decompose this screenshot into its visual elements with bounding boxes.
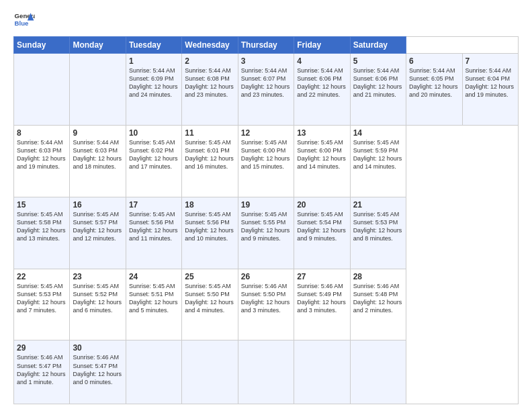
calendar-cell: 5Sunrise: 5:44 AMSunset: 6:06 PMDaylight…	[350, 54, 406, 126]
day-number: 11	[185, 128, 234, 138]
calendar-cell: 30Sunrise: 5:46 AMSunset: 5:47 PMDayligh…	[70, 340, 126, 404]
day-number: 25	[185, 272, 234, 281]
day-number: 15	[17, 200, 66, 210]
day-number: 18	[185, 200, 234, 210]
calendar-cell	[126, 340, 181, 404]
calendar-cell	[238, 340, 294, 404]
logo: General Blue	[13, 11, 38, 30]
calendar-cell: 2Sunrise: 5:44 AMSunset: 6:08 PMDaylight…	[182, 54, 238, 126]
calendar-cell: 28Sunrise: 5:46 AMSunset: 5:48 PMDayligh…	[350, 269, 406, 340]
calendar-cell: 9Sunrise: 5:44 AMSunset: 6:03 PMDaylight…	[70, 125, 126, 197]
page: General Blue SundayMondayTuesdayWednesda…	[0, 0, 532, 411]
logo-icon: General Blue	[13, 11, 35, 30]
day-number: 19	[241, 200, 291, 210]
day-info: Sunrise: 5:46 AMSunset: 5:49 PMDaylight:…	[297, 283, 346, 314]
day-info: Sunrise: 5:46 AMSunset: 5:50 PMDaylight:…	[241, 283, 290, 314]
day-number: 8	[17, 128, 66, 138]
day-number: 30	[73, 343, 122, 353]
day-info: Sunrise: 5:45 AMSunset: 5:53 PMDaylight:…	[353, 211, 402, 242]
day-number: 17	[129, 200, 179, 210]
day-number: 9	[73, 128, 122, 138]
calendar-cell: 25Sunrise: 5:45 AMSunset: 5:50 PMDayligh…	[182, 269, 238, 340]
day-info: Sunrise: 5:45 AMSunset: 5:56 PMDaylight:…	[129, 211, 178, 242]
col-header-thursday: Thursday	[238, 37, 294, 54]
calendar-cell: 29Sunrise: 5:46 AMSunset: 5:47 PMDayligh…	[14, 340, 70, 404]
day-info: Sunrise: 5:44 AMSunset: 6:09 PMDaylight:…	[129, 67, 178, 98]
calendar-cell: 14Sunrise: 5:45 AMSunset: 5:59 PMDayligh…	[350, 125, 406, 197]
day-info: Sunrise: 5:45 AMSunset: 5:57 PMDaylight:…	[73, 211, 122, 242]
calendar-cell: 6Sunrise: 5:44 AMSunset: 6:05 PMDaylight…	[406, 54, 462, 126]
day-number: 12	[241, 128, 291, 138]
calendar-cell	[294, 340, 350, 404]
calendar-cell: 21Sunrise: 5:45 AMSunset: 5:53 PMDayligh…	[350, 197, 406, 269]
calendar-cell	[70, 54, 126, 126]
day-number: 13	[297, 128, 347, 138]
day-info: Sunrise: 5:44 AMSunset: 6:08 PMDaylight:…	[185, 67, 234, 98]
calendar-cell: 23Sunrise: 5:45 AMSunset: 5:52 PMDayligh…	[70, 269, 126, 340]
day-info: Sunrise: 5:45 AMSunset: 5:52 PMDaylight:…	[73, 283, 122, 314]
day-info: Sunrise: 5:45 AMSunset: 6:00 PMDaylight:…	[241, 139, 290, 170]
day-info: Sunrise: 5:44 AMSunset: 6:03 PMDaylight:…	[17, 139, 66, 170]
day-number: 27	[297, 272, 347, 281]
calendar-cell	[14, 54, 70, 126]
header: General Blue	[13, 11, 519, 30]
day-info: Sunrise: 5:45 AMSunset: 5:58 PMDaylight:…	[17, 211, 66, 242]
calendar-cell: 15Sunrise: 5:45 AMSunset: 5:58 PMDayligh…	[14, 197, 70, 269]
day-info: Sunrise: 5:45 AMSunset: 5:59 PMDaylight:…	[353, 139, 402, 170]
calendar-cell: 22Sunrise: 5:45 AMSunset: 5:53 PMDayligh…	[14, 269, 70, 340]
day-number: 4	[297, 56, 347, 66]
day-number: 22	[17, 272, 66, 281]
day-info: Sunrise: 5:46 AMSunset: 5:47 PMDaylight:…	[73, 354, 122, 385]
day-number: 10	[129, 128, 179, 138]
calendar-cell: 8Sunrise: 5:44 AMSunset: 6:03 PMDaylight…	[14, 125, 70, 197]
day-info: Sunrise: 5:45 AMSunset: 5:50 PMDaylight:…	[185, 283, 234, 314]
calendar-cell	[350, 340, 406, 404]
calendar-cell: 20Sunrise: 5:45 AMSunset: 5:54 PMDayligh…	[294, 197, 350, 269]
calendar-cell: 13Sunrise: 5:45 AMSunset: 6:00 PMDayligh…	[294, 125, 350, 197]
day-info: Sunrise: 5:45 AMSunset: 5:54 PMDaylight:…	[297, 211, 346, 242]
calendar-cell: 4Sunrise: 5:44 AMSunset: 6:06 PMDaylight…	[294, 54, 350, 126]
day-number: 14	[353, 128, 403, 138]
day-info: Sunrise: 5:44 AMSunset: 6:07 PMDaylight:…	[241, 67, 290, 98]
day-info: Sunrise: 5:45 AMSunset: 5:53 PMDaylight:…	[17, 283, 66, 314]
calendar-cell: 18Sunrise: 5:45 AMSunset: 5:56 PMDayligh…	[182, 197, 238, 269]
day-info: Sunrise: 5:46 AMSunset: 5:47 PMDaylight:…	[17, 354, 66, 385]
calendar-cell: 24Sunrise: 5:45 AMSunset: 5:51 PMDayligh…	[126, 269, 181, 340]
calendar-cell: 17Sunrise: 5:45 AMSunset: 5:56 PMDayligh…	[126, 197, 181, 269]
day-number: 26	[241, 272, 291, 281]
calendar-cell	[182, 340, 238, 404]
day-info: Sunrise: 5:44 AMSunset: 6:04 PMDaylight:…	[466, 67, 515, 98]
day-info: Sunrise: 5:44 AMSunset: 6:06 PMDaylight:…	[353, 67, 402, 98]
calendar-cell: 7Sunrise: 5:44 AMSunset: 6:04 PMDaylight…	[462, 54, 519, 126]
calendar-cell: 27Sunrise: 5:46 AMSunset: 5:49 PMDayligh…	[294, 269, 350, 340]
calendar-cell: 26Sunrise: 5:46 AMSunset: 5:50 PMDayligh…	[238, 269, 294, 340]
day-number: 24	[129, 272, 179, 281]
day-number: 20	[297, 200, 347, 210]
col-header-saturday: Saturday	[350, 37, 406, 54]
calendar-cell: 16Sunrise: 5:45 AMSunset: 5:57 PMDayligh…	[70, 197, 126, 269]
day-info: Sunrise: 5:45 AMSunset: 6:01 PMDaylight:…	[185, 139, 234, 170]
svg-text:Blue: Blue	[15, 19, 29, 27]
col-header-wednesday: Wednesday	[182, 37, 238, 54]
day-number: 23	[73, 272, 122, 281]
day-info: Sunrise: 5:45 AMSunset: 5:55 PMDaylight:…	[241, 211, 290, 242]
day-number: 1	[129, 56, 179, 66]
day-number: 3	[241, 56, 291, 66]
day-info: Sunrise: 5:45 AMSunset: 6:00 PMDaylight:…	[297, 139, 346, 170]
calendar-cell: 12Sunrise: 5:45 AMSunset: 6:00 PMDayligh…	[238, 125, 294, 197]
day-info: Sunrise: 5:45 AMSunset: 5:51 PMDaylight:…	[129, 283, 178, 314]
calendar-cell: 11Sunrise: 5:45 AMSunset: 6:01 PMDayligh…	[182, 125, 238, 197]
day-info: Sunrise: 5:45 AMSunset: 6:02 PMDaylight:…	[129, 139, 178, 170]
day-number: 7	[466, 56, 516, 66]
day-number: 28	[353, 272, 403, 281]
col-header-sunday: Sunday	[14, 37, 70, 54]
day-info: Sunrise: 5:44 AMSunset: 6:06 PMDaylight:…	[297, 67, 346, 98]
calendar-table: SundayMondayTuesdayWednesdayThursdayFrid…	[13, 36, 519, 404]
day-info: Sunrise: 5:46 AMSunset: 5:48 PMDaylight:…	[353, 283, 402, 314]
day-number: 2	[185, 56, 234, 66]
day-number: 5	[353, 56, 403, 66]
calendar-cell: 10Sunrise: 5:45 AMSunset: 6:02 PMDayligh…	[126, 125, 181, 197]
calendar-cell: 1Sunrise: 5:44 AMSunset: 6:09 PMDaylight…	[126, 54, 181, 126]
day-number: 6	[409, 56, 459, 66]
col-header-friday: Friday	[294, 37, 350, 54]
